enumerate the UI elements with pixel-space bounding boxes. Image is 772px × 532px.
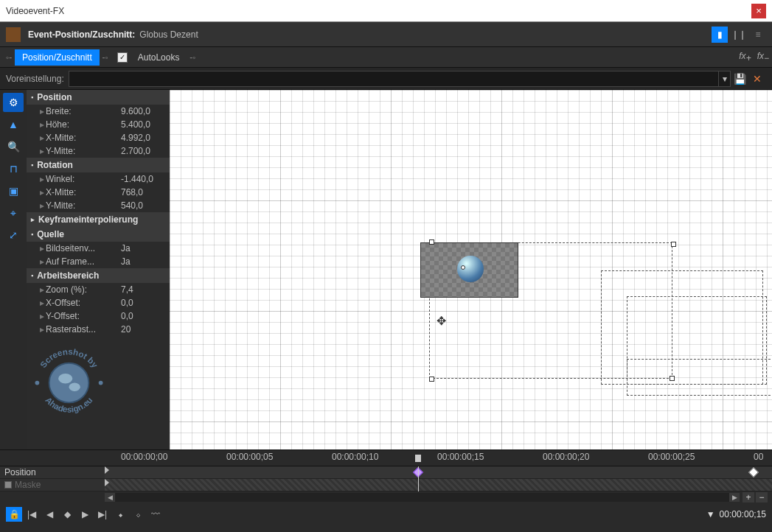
tick-label: 00:00:00;15 [437,452,484,462]
tool-snap-button[interactable]: ⊓ [3,159,24,178]
panel-view-button-1[interactable]: ▮ [712,27,728,43]
watermark-badge: Screenshot by Ahadesign.eu [27,336,170,430]
timeline-footer: 🔒 |◀ ◀ ◆ ▶ ▶| ⬥ ⬦ 〰 ▼ 00:00:00;15 [0,503,772,525]
center-handle[interactable] [461,265,465,270]
collapse-icon: ▪ [31,231,33,238]
keyframe-lock-button[interactable]: 🔒 [6,507,22,522]
scroll-right-button[interactable]: ▶ [729,493,740,502]
track-start-icon [105,466,109,474]
preset-save-button[interactable]: 💾 [731,73,748,85]
keyframe-add-button[interactable]: ◆ [59,507,75,522]
fx-add-icon[interactable]: fx+ [739,51,751,63]
timeline-area: 00:00:00;00 00:00:00;05 00:00:00;10 00:0… [0,449,772,528]
collapse-icon: ▪ [31,272,33,279]
prop-row[interactable]: ▸Y-Mitte:540,0 [27,199,170,212]
tick-label: 00:00:00;05 [226,452,273,462]
crop-canvas[interactable]: ✥ [170,90,772,449]
prop-row[interactable]: ▸Zoom (%):7,4 [27,283,170,296]
properties-panel: ▪Position ▸Breite:9.600,0 ▸Höhe:5.400,0 … [27,90,170,449]
prop-row[interactable]: ▸Winkel:-1.440,0 [27,172,170,186]
current-time-display[interactable]: 00:00:00;15 [720,509,766,519]
tab-position-zuschnitt[interactable]: Position/Zuschnitt [15,49,100,66]
zoom-out-button[interactable]: − [756,492,768,503]
tool-crop-button[interactable]: ⌖ [3,203,24,223]
svg-point-2 [69,383,80,392]
svg-point-5 [35,381,40,385]
chain-connector-icon: ◦- [3,52,15,63]
horizontal-scrollbar[interactable]: ◀ ▶ [105,493,740,502]
selection-box[interactable] [627,359,772,396]
track-square-icon [4,481,12,489]
keyframe-curve-button[interactable]: 〰 [147,507,164,522]
chain-connector-icon: -◦ [100,52,111,63]
fx-remove-icon[interactable]: fx− [757,51,769,63]
prop-row[interactable]: ▸X-Mitte:768,0 [27,186,170,199]
chain-connector-icon: -◦ [187,52,198,63]
zoom-in-button[interactable]: + [743,492,754,503]
timeline-scroll-row: ◀ ▶ + − [0,491,772,503]
tool-unknown-button-1[interactable]: ▣ [3,181,24,200]
timeline-tracks: Position Maske [0,466,772,491]
panel-view-button-2[interactable]: ❙❙ [731,27,747,43]
tool-select-button[interactable]: ▲ [3,115,24,134]
keyframe-prev-button[interactable]: ◀ [41,507,58,522]
prop-row[interactable]: ▸Bildseitenv...Ja [27,242,170,255]
marker-icon: ▼ [706,509,715,519]
keyframe-last-button[interactable]: ▶| [94,507,111,522]
preset-input[interactable] [69,71,719,87]
timeline-playhead[interactable] [418,466,419,491]
tick-label: 00:00:00;10 [332,452,378,462]
resize-handle[interactable] [671,242,676,247]
window-close-button[interactable]: × [751,4,766,18]
tool-expand-button[interactable]: ⤢ [3,225,24,245]
fx-badge-icon [6,27,21,42]
prop-row[interactable]: ▸X-Offset:0,0 [27,296,170,309]
tick-label: 00:00:00;25 [648,452,695,462]
scroll-left-button[interactable]: ◀ [105,493,115,502]
preset-row: Voreinstellung: ▾ 💾 ✕ [0,68,772,90]
prop-row[interactable]: ▸Auf Frame...Ja [27,255,170,268]
preset-delete-button[interactable]: ✕ [748,73,766,85]
main-area: ⚙ ▲ 🔍 ⊓ ▣ ⌖ ⤢ ▪Position ▸Breite:9.600,0 … [0,90,772,449]
group-position-header[interactable]: ▪Position [27,90,170,105]
keyframe-end[interactable] [748,467,759,477]
track-lane-position[interactable] [105,466,772,479]
group-keyframe-header[interactable]: ▸Keyframeinterpolierung [27,212,170,227]
prop-row[interactable]: ▸X-Mitte:4.992,0 [27,131,170,144]
tab-autolooks[interactable]: AutoLooks [131,49,187,66]
tick-label: 00:00:00;20 [543,452,589,462]
prop-row[interactable]: ▸Y-Mitte:2.700,0 [27,144,170,158]
svg-point-6 [99,381,103,385]
autolooks-enable-checkbox[interactable]: ✓ [117,52,128,63]
keyframe-next-button[interactable]: ▶ [77,507,93,522]
timeline-ruler[interactable]: 00:00:00;00 00:00:00;05 00:00:00;10 00:0… [0,450,772,466]
keyframe-extra-button-1[interactable]: ⬥ [112,507,128,522]
fx-header: Event-Position/Zuschnitt: Globus Dezent … [0,22,772,47]
resize-handle[interactable] [429,377,434,382]
track-label-position[interactable]: Position [0,466,105,479]
fx-title: Event-Position/Zuschnitt: [28,29,135,40]
tool-zoom-button[interactable]: 🔍 [3,137,24,156]
group-arbeitsbereich-header[interactable]: ▪Arbeitsbereich [27,268,170,283]
collapse-icon: ▪ [31,94,33,101]
track-lane-maske[interactable] [105,479,772,491]
keyframe-extra-button-2[interactable]: ⬦ [130,507,146,522]
group-quelle-header[interactable]: ▪Quelle [27,227,170,242]
prop-row[interactable]: ▸Rasterabst...20 [27,323,170,336]
tool-settings-button[interactable]: ⚙ [3,93,24,112]
preset-dropdown-button[interactable]: ▾ [719,71,731,87]
prop-row[interactable]: ▸Höhe:5.400,0 [27,118,170,131]
prop-row[interactable]: ▸Breite:9.600,0 [27,105,170,118]
keyframe-first-button[interactable]: |◀ [24,507,40,522]
window-title: Videoevent-FX [6,6,64,16]
prop-row[interactable]: ▸Y-Offset:0,0 [27,309,170,323]
tool-column: ⚙ ▲ 🔍 ⊓ ▣ ⌖ ⤢ [0,90,27,449]
group-rotation-header[interactable]: ▪Rotation [27,158,170,172]
preset-label: Voreinstellung: [6,74,64,84]
resize-handle[interactable] [670,376,675,381]
track-label-maske[interactable]: Maske [0,479,105,491]
timeline-ticks: 00:00:00;00 00:00:00;05 00:00:00;10 00:0… [105,450,772,466]
panel-view-button-3[interactable]: ≡ [750,27,766,43]
track-start-icon [105,479,109,486]
resize-handle[interactable] [429,239,434,245]
